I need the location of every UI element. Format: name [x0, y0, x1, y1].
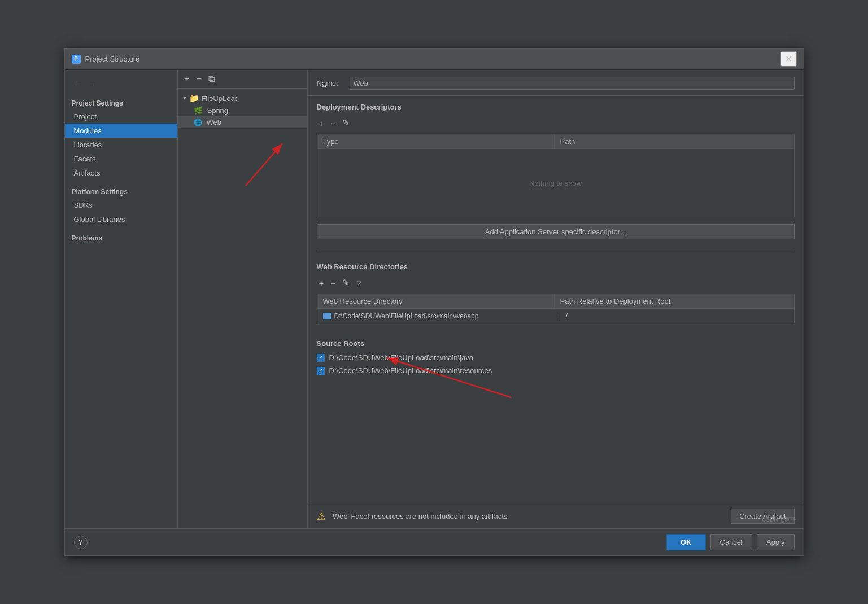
- sidebar-item-facets[interactable]: Facets: [65, 152, 177, 166]
- tree-node-label: Web: [207, 118, 222, 126]
- nav-controls: ← →: [65, 77, 177, 95]
- name-label: Name:: [317, 79, 345, 87]
- expand-icon: ▼: [182, 95, 187, 101]
- web-resource-header: Web Resource Directories: [308, 256, 804, 274]
- add-server-label: Add Application Server specific descript…: [485, 227, 626, 236]
- tree-content: ▼ 📁 FileUpLoad 🌿 Spring 🌐 Web: [178, 89, 307, 132]
- tree-panel-wrapper: + − ⧉ ▼ 📁 FileUpLoad 🌿 Spring: [178, 70, 308, 528]
- checkbox-2[interactable]: ✓: [317, 367, 325, 375]
- wrd-remove-button[interactable]: −: [328, 277, 338, 289]
- sidebar-item-modules[interactable]: Modules: [65, 124, 177, 138]
- warning-bar: ⚠ 'Web' Facet resources are not included…: [308, 504, 804, 528]
- svg-line-1: [246, 143, 282, 186]
- close-button[interactable]: ✕: [780, 51, 797, 67]
- warning-icon: ⚠: [317, 510, 326, 523]
- main-panel-wrapper: Name: Deployment Descriptors + − ✎ Type …: [308, 70, 804, 528]
- source-root-row-1: ✓ D:\Code\SDUWeb\FileUpLoad\src\main\jav…: [308, 351, 804, 364]
- forward-button[interactable]: →: [86, 79, 99, 90]
- col-dir: Web Resource Directory: [317, 294, 555, 308]
- source-roots-section: Source Roots ✓ D:\Code\SDUWeb\FileUpLoad…: [308, 328, 804, 382]
- empty-message: Nothing to show: [529, 179, 582, 187]
- apply-button[interactable]: Apply: [757, 534, 795, 550]
- source-roots-header: Source Roots: [308, 332, 804, 351]
- project-settings-label: Project Settings: [65, 95, 177, 110]
- cancel-button[interactable]: Cancel: [710, 534, 752, 550]
- tree-add-button[interactable]: +: [182, 73, 192, 85]
- tree-node-label: Spring: [207, 106, 229, 115]
- sidebar-item-project[interactable]: Project: [65, 110, 177, 124]
- content-area: ← → Project Settings Project Modules Lib…: [65, 70, 804, 528]
- wrd-table-header: Web Resource Directory Path Relative to …: [317, 294, 794, 309]
- tree-toolbar: + − ⧉: [178, 70, 307, 89]
- source-root-row-2: ✓ D:\Code\SDUWeb\FileUpLoad\src\main\res…: [308, 364, 804, 377]
- dialog-title: Project Structure: [85, 55, 140, 63]
- sidebar-item-libraries[interactable]: Libraries: [65, 138, 177, 152]
- wrd-toolbar: + − ✎ ?: [308, 274, 804, 294]
- web-icon: 🌐: [194, 119, 202, 126]
- help-button[interactable]: ?: [74, 536, 88, 549]
- project-structure-dialog: P Project Structure ✕ ← → Project Settin…: [64, 48, 804, 556]
- tree-node-fileupload[interactable]: ▼ 📁 FileUpLoad: [178, 92, 307, 104]
- title-bar-left: P Project Structure: [72, 55, 140, 64]
- wrd-edit-button[interactable]: ✎: [340, 277, 352, 289]
- dir-cell: D:\Code\SDUWeb\FileUpLoad\src\main\webap…: [323, 312, 560, 320]
- platform-settings-label: Platform Settings: [65, 180, 177, 198]
- sidebar: ← → Project Settings Project Modules Lib…: [65, 70, 178, 528]
- add-server-button[interactable]: Add Application Server specific descript…: [317, 224, 795, 239]
- warning-text: 'Web' Facet resources are not included i…: [332, 512, 726, 520]
- tree-remove-button[interactable]: −: [194, 73, 204, 85]
- title-bar: P Project Structure ✕: [65, 49, 804, 70]
- checkbox-1[interactable]: ✓: [317, 354, 325, 362]
- problems-label: Problems: [65, 226, 177, 244]
- dir-path: D:\Code\SDUWeb\FileUpLoad\src\main\webap…: [334, 312, 479, 320]
- watermark: CSDN @阿子: [762, 516, 796, 524]
- bottom-bar: ? OK Cancel Apply: [65, 528, 804, 555]
- source-root-path-2: D:\Code\SDUWeb\FileUpLoad\src\main\resou…: [329, 366, 492, 375]
- dd-toolbar: + − ✎: [308, 115, 804, 134]
- deployment-descriptors-header: Deployment Descriptors: [308, 96, 804, 115]
- wrd-table-row[interactable]: D:\Code\SDUWeb\FileUpLoad\src\main\webap…: [317, 309, 794, 323]
- dd-table-header: Type Path: [317, 134, 794, 149]
- wrd-help-button[interactable]: ?: [354, 277, 363, 289]
- col-path: Path: [555, 134, 794, 148]
- col-type: Type: [317, 134, 555, 148]
- dd-table-body: Nothing to show: [317, 149, 794, 217]
- tree-node-web[interactable]: 🌐 Web: [178, 116, 307, 128]
- folder-small-icon: [323, 313, 331, 319]
- name-row: Name:: [308, 70, 804, 96]
- sidebar-item-global-libraries[interactable]: Global Libraries: [65, 212, 177, 226]
- wrd-add-button[interactable]: +: [317, 277, 326, 289]
- sidebar-item-artifacts[interactable]: Artifacts: [65, 166, 177, 180]
- folder-icon: 📁: [189, 94, 199, 103]
- tree-node-spring[interactable]: 🌿 Spring: [178, 104, 307, 116]
- source-root-path-1: D:\Code\SDUWeb\FileUpLoad\src\main\java: [329, 353, 474, 362]
- dd-table: Type Path Nothing to show: [317, 134, 795, 217]
- name-input[interactable]: [350, 77, 795, 90]
- main-panel: Name: Deployment Descriptors + − ✎ Type …: [308, 70, 804, 528]
- col-rel-path: Path Relative to Deployment Root: [555, 294, 794, 308]
- tree-panel: + − ⧉ ▼ 📁 FileUpLoad 🌿 Spring: [178, 70, 307, 132]
- web-resource-section: Web Resource Directories + − ✎ ? Web Res…: [308, 256, 804, 328]
- sidebar-item-sdks[interactable]: SDKs: [65, 198, 177, 212]
- app-icon: P: [72, 55, 81, 64]
- wrd-table: Web Resource Directory Path Relative to …: [317, 294, 795, 323]
- dd-remove-button[interactable]: −: [328, 117, 338, 129]
- tree-node-label: FileUpLoad: [201, 94, 239, 103]
- tree-copy-button[interactable]: ⧉: [206, 73, 217, 85]
- back-button[interactable]: ←: [72, 79, 84, 90]
- path-cell: /: [560, 312, 788, 320]
- bottom-actions: OK Cancel Apply: [666, 534, 795, 550]
- dd-add-button[interactable]: +: [317, 117, 326, 129]
- dd-edit-button[interactable]: ✎: [340, 117, 352, 129]
- spring-icon: 🌿: [194, 106, 203, 115]
- ok-button[interactable]: OK: [666, 534, 706, 550]
- section-divider: [317, 251, 795, 251]
